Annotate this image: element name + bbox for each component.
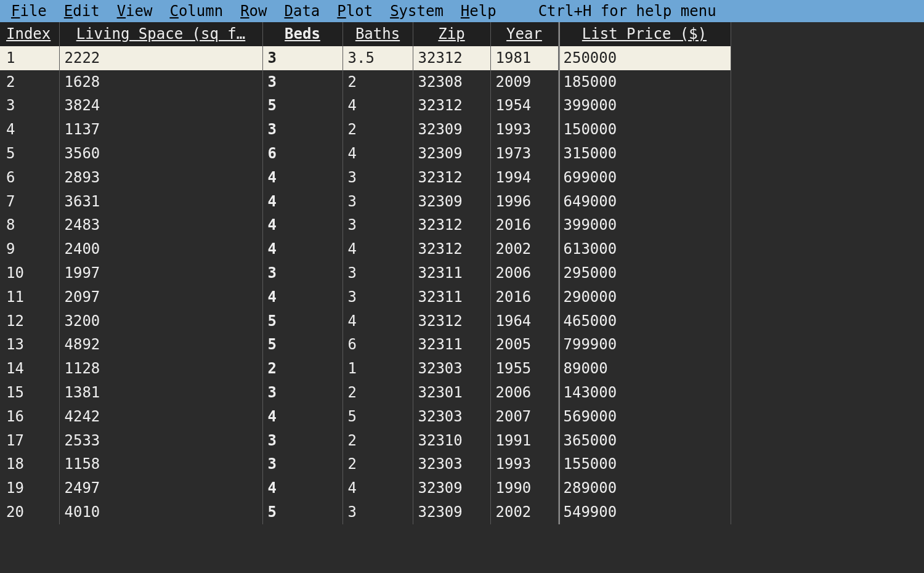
cell-baths[interactable]: 3 bbox=[342, 190, 413, 214]
cell-index[interactable]: 16 bbox=[0, 405, 59, 429]
menu-view[interactable]: View bbox=[108, 1, 161, 22]
cell-living[interactable]: 4892 bbox=[59, 333, 262, 357]
table-row[interactable]: 2162832323082009185000 bbox=[0, 70, 731, 94]
cell-living[interactable]: 1137 bbox=[59, 118, 262, 142]
column-header-price[interactable]: List Price ($) bbox=[558, 22, 731, 46]
menu-edit[interactable]: Edit bbox=[55, 1, 108, 22]
column-header-index[interactable]: Index bbox=[0, 22, 59, 46]
table-row[interactable]: 17253332323101991365000 bbox=[0, 429, 731, 453]
cell-price[interactable]: 465000 bbox=[558, 309, 731, 333]
cell-index[interactable]: 6 bbox=[0, 166, 59, 190]
cell-year[interactable]: 2009 bbox=[490, 70, 558, 94]
cell-baths[interactable]: 2 bbox=[342, 70, 413, 94]
cell-year[interactable]: 2007 bbox=[490, 405, 558, 429]
cell-zip[interactable]: 32309 bbox=[413, 118, 490, 142]
cell-index[interactable]: 12 bbox=[0, 309, 59, 333]
cell-index[interactable]: 7 bbox=[0, 190, 59, 214]
cell-price[interactable]: 155000 bbox=[558, 452, 731, 476]
cell-baths[interactable]: 3.5 bbox=[342, 46, 413, 70]
cell-beds[interactable]: 4 bbox=[262, 213, 342, 237]
cell-year[interactable]: 2002 bbox=[490, 500, 558, 524]
menu-column[interactable]: Column bbox=[161, 1, 232, 22]
cell-index[interactable]: 3 bbox=[0, 94, 59, 118]
cell-index[interactable]: 13 bbox=[0, 333, 59, 357]
cell-baths[interactable]: 4 bbox=[342, 94, 413, 118]
cell-price[interactable]: 143000 bbox=[558, 381, 731, 405]
cell-year[interactable]: 1981 bbox=[490, 46, 558, 70]
cell-price[interactable]: 185000 bbox=[558, 70, 731, 94]
cell-beds[interactable]: 2 bbox=[262, 357, 342, 381]
cell-baths[interactable]: 5 bbox=[342, 405, 413, 429]
cell-price[interactable]: 290000 bbox=[558, 285, 731, 309]
cell-beds[interactable]: 4 bbox=[262, 405, 342, 429]
column-header-beds[interactable]: Beds bbox=[262, 22, 342, 46]
cell-price[interactable]: 613000 bbox=[558, 237, 731, 261]
cell-index[interactable]: 19 bbox=[0, 476, 59, 500]
cell-zip[interactable]: 32310 bbox=[413, 429, 490, 453]
cell-living[interactable]: 3631 bbox=[59, 190, 262, 214]
menu-system[interactable]: System bbox=[381, 1, 452, 22]
cell-price[interactable]: 295000 bbox=[558, 261, 731, 285]
cell-living[interactable]: 1381 bbox=[59, 381, 262, 405]
cell-price[interactable]: 699000 bbox=[558, 166, 731, 190]
table-row[interactable]: 1411282132303195589000 bbox=[0, 357, 731, 381]
cell-zip[interactable]: 32312 bbox=[413, 309, 490, 333]
cell-index[interactable]: 4 bbox=[0, 118, 59, 142]
cell-price[interactable]: 250000 bbox=[558, 46, 731, 70]
cell-zip[interactable]: 32312 bbox=[413, 46, 490, 70]
cell-beds[interactable]: 3 bbox=[262, 70, 342, 94]
menu-plot[interactable]: Plot bbox=[328, 1, 381, 22]
table-row[interactable]: 6289343323121994699000 bbox=[0, 166, 731, 190]
cell-index[interactable]: 11 bbox=[0, 285, 59, 309]
cell-price[interactable]: 569000 bbox=[558, 405, 731, 429]
cell-index[interactable]: 18 bbox=[0, 452, 59, 476]
cell-price[interactable]: 549900 bbox=[558, 500, 731, 524]
cell-zip[interactable]: 32312 bbox=[413, 213, 490, 237]
table-row[interactable]: 12320054323121964465000 bbox=[0, 309, 731, 333]
table-row[interactable]: 20401053323092002549900 bbox=[0, 500, 731, 524]
cell-year[interactable]: 2005 bbox=[490, 333, 558, 357]
cell-beds[interactable]: 5 bbox=[262, 500, 342, 524]
cell-baths[interactable]: 6 bbox=[342, 333, 413, 357]
cell-living[interactable]: 1158 bbox=[59, 452, 262, 476]
cell-year[interactable]: 1991 bbox=[490, 429, 558, 453]
cell-price[interactable]: 89000 bbox=[558, 357, 731, 381]
cell-baths[interactable]: 1 bbox=[342, 357, 413, 381]
cell-baths[interactable]: 4 bbox=[342, 476, 413, 500]
cell-price[interactable]: 315000 bbox=[558, 142, 731, 166]
cell-living[interactable]: 2400 bbox=[59, 237, 262, 261]
cell-price[interactable]: 399000 bbox=[558, 94, 731, 118]
table-row[interactable]: 11209743323112016290000 bbox=[0, 285, 731, 309]
table-row[interactable]: 16424245323032007569000 bbox=[0, 405, 731, 429]
cell-index[interactable]: 2 bbox=[0, 70, 59, 94]
table-row[interactable]: 5356064323091973315000 bbox=[0, 142, 731, 166]
cell-baths[interactable]: 2 bbox=[342, 452, 413, 476]
cell-zip[interactable]: 32312 bbox=[413, 166, 490, 190]
cell-living[interactable]: 2893 bbox=[59, 166, 262, 190]
table-row[interactable]: 18115832323031993155000 bbox=[0, 452, 731, 476]
cell-living[interactable]: 3560 bbox=[59, 142, 262, 166]
cell-zip[interactable]: 32301 bbox=[413, 381, 490, 405]
cell-year[interactable]: 1954 bbox=[490, 94, 558, 118]
cell-zip[interactable]: 32309 bbox=[413, 476, 490, 500]
cell-beds[interactable]: 3 bbox=[262, 261, 342, 285]
menu-file[interactable]: File bbox=[2, 1, 55, 22]
cell-beds[interactable]: 5 bbox=[262, 333, 342, 357]
menu-row[interactable]: Row bbox=[232, 1, 275, 22]
cell-zip[interactable]: 32303 bbox=[413, 405, 490, 429]
cell-zip[interactable]: 32312 bbox=[413, 94, 490, 118]
cell-price[interactable]: 799900 bbox=[558, 333, 731, 357]
cell-living[interactable]: 4242 bbox=[59, 405, 262, 429]
cell-price[interactable]: 150000 bbox=[558, 118, 731, 142]
cell-beds[interactable]: 4 bbox=[262, 237, 342, 261]
cell-year[interactable]: 1973 bbox=[490, 142, 558, 166]
cell-zip[interactable]: 32312 bbox=[413, 237, 490, 261]
cell-price[interactable]: 399000 bbox=[558, 213, 731, 237]
cell-beds[interactable]: 3 bbox=[262, 118, 342, 142]
cell-living[interactable]: 2483 bbox=[59, 213, 262, 237]
table-row[interactable]: 19249744323091990289000 bbox=[0, 476, 731, 500]
cell-zip[interactable]: 32303 bbox=[413, 452, 490, 476]
cell-year[interactable]: 2016 bbox=[490, 285, 558, 309]
cell-living[interactable]: 2533 bbox=[59, 429, 262, 453]
cell-beds[interactable]: 3 bbox=[262, 452, 342, 476]
